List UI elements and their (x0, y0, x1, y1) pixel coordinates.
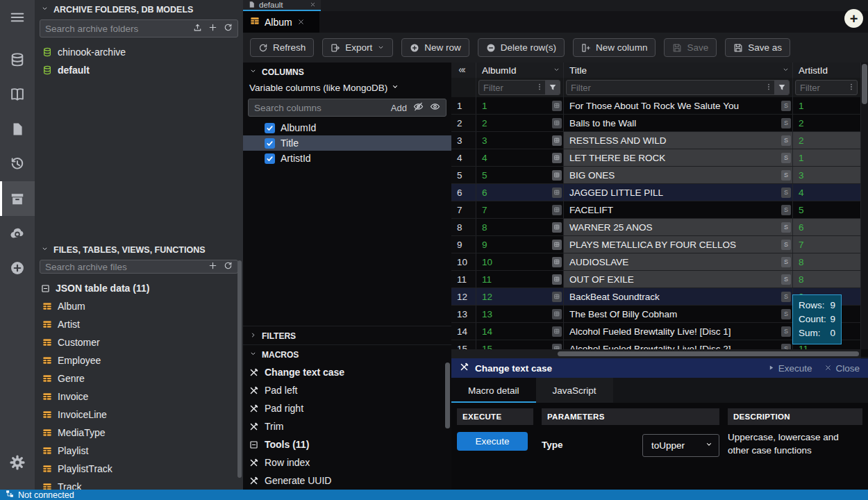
sidebar-history-button[interactable] (0, 147, 35, 181)
tab-macro-detail[interactable]: Macro detail (451, 378, 536, 403)
table-item-Employee[interactable]: Employee (35, 351, 243, 369)
funnel-icon[interactable] (545, 81, 560, 94)
cell-title[interactable]: Balls to the WallS (564, 115, 793, 131)
cell-title[interactable]: PLAYS METALLICA BY FOUR CELLOSS (564, 236, 793, 253)
filter-input-AlbumId[interactable] (479, 83, 534, 93)
macro-item-tools-11-[interactable]: Tools (11) (243, 435, 451, 453)
column-checkbox-row-AlbumId[interactable]: AlbumId (243, 120, 451, 135)
cell-string-icon[interactable]: S (781, 274, 791, 285)
cell-albumid[interactable]: 14 (476, 323, 564, 340)
archive-folders-header[interactable]: ARCHIVE FOLDERS, DB MODELS (35, 0, 243, 18)
macro-item-change-text-case[interactable]: Change text case (243, 363, 451, 381)
cell-string-icon[interactable]: S (781, 101, 791, 111)
cell-albumid[interactable]: 12 (476, 288, 564, 305)
table-item-PlaylistTrack[interactable]: PlaylistTrack (35, 460, 243, 478)
column-checkbox-row-Title[interactable]: Title (243, 135, 451, 151)
cell-title[interactable]: JAGGED LITTLE PILLS (564, 184, 793, 201)
cell-albumid[interactable]: 7 (476, 201, 564, 218)
row-number-cell[interactable]: 6 (451, 184, 476, 201)
left-panel-scrollbar[interactable] (237, 260, 242, 478)
cell-title[interactable]: For Those About To Rock We Salute YouS (564, 97, 793, 114)
cell-string-icon[interactable]: S (781, 205, 791, 215)
cell-artistid[interactable]: 1 (793, 149, 861, 166)
column-mode-dropdown[interactable]: Variable columns (like MongoDB) (243, 81, 451, 99)
filter-options-icon[interactable] (846, 81, 857, 94)
new-tab-button[interactable]: + (844, 9, 863, 28)
cell-grid-icon[interactable] (552, 101, 562, 111)
table-item-Playlist[interactable]: Playlist (35, 442, 243, 460)
row-number-cell[interactable]: 8 (451, 219, 476, 235)
save-button[interactable]: Save (664, 38, 717, 57)
new-row-button[interactable]: New row (401, 38, 469, 57)
table-item-InvoiceLine[interactable]: InvoiceLine (35, 406, 243, 424)
group-json-table-data[interactable]: JSON table data (11) (35, 279, 243, 297)
delete-rows-button[interactable]: Delete row(s) (478, 38, 565, 57)
cell-grid-icon[interactable] (552, 292, 562, 302)
horizontal-scrollbar[interactable] (451, 349, 861, 358)
cell-title[interactable]: BackBeat SoundtrackS (564, 288, 793, 305)
cell-title[interactable]: BIG ONESS (564, 167, 793, 183)
sidebar-database-button[interactable] (0, 42, 35, 77)
cell-grid-icon[interactable] (552, 188, 562, 198)
files-search-input[interactable] (45, 262, 202, 272)
table-item-Track[interactable]: Track (35, 478, 243, 490)
row-number-cell[interactable]: 12 (451, 288, 476, 305)
hscroll-thumb[interactable] (558, 351, 859, 356)
cell-string-icon[interactable]: S (781, 153, 791, 163)
refresh-button[interactable]: Refresh (250, 38, 314, 57)
macro-item-row-index[interactable]: Row index (243, 453, 451, 472)
row-number-cell[interactable]: 9 (451, 236, 476, 253)
close-icon[interactable] (310, 1, 316, 9)
cell-albumid[interactable]: 5 (476, 167, 564, 183)
cell-grid-icon[interactable] (552, 153, 562, 163)
cell-albumid[interactable]: 13 (476, 306, 564, 322)
row-number-cell[interactable]: 1 (451, 97, 476, 114)
checkbox-checked[interactable] (265, 153, 275, 164)
refresh-icon[interactable] (224, 260, 233, 273)
cell-artistid[interactable]: 2 (793, 115, 861, 131)
cell-albumid[interactable]: 2 (476, 115, 564, 131)
new-column-button[interactable]: New column (573, 38, 656, 57)
archive-folder-chinook-archive[interactable]: chinook-archive (35, 43, 243, 61)
row-number-cell[interactable]: 14 (451, 323, 476, 340)
columns-search-input[interactable] (254, 103, 385, 113)
filters-header[interactable]: FILTERS (243, 326, 451, 344)
row-number-cell[interactable]: 5 (451, 167, 476, 183)
sidebar-cloud-search-button[interactable] (0, 216, 35, 251)
column-menu-icon[interactable] (782, 65, 790, 76)
cell-artistid[interactable]: 3 (793, 167, 861, 183)
column-header-Title[interactable]: Title (564, 62, 793, 78)
row-number-cell[interactable]: 3 (451, 132, 476, 149)
cell-artistid[interactable]: 1 (793, 97, 861, 114)
cell-string-icon[interactable]: S (781, 118, 791, 128)
cell-string-icon[interactable]: S (781, 257, 791, 267)
cell-title[interactable]: LET THERE BE ROCKS (564, 149, 793, 166)
collapse-columns-button[interactable]: «‹ (451, 62, 476, 78)
cell-artistid[interactable]: 4 (793, 184, 861, 201)
cell-title[interactable]: FACELIFTS (564, 201, 793, 218)
cell-grid-icon[interactable] (552, 170, 562, 181)
sidebar-file-button[interactable] (0, 112, 35, 147)
save-as-button[interactable]: Save as (725, 38, 790, 57)
cell-albumid[interactable]: 11 (476, 271, 564, 288)
add-folder-icon[interactable] (208, 22, 217, 35)
macro-item-pad-right[interactable]: Pad right (243, 399, 451, 417)
execute-button[interactable]: Execute (457, 432, 528, 451)
row-number-cell[interactable]: 7 (451, 201, 476, 218)
archive-search-input[interactable] (45, 24, 187, 34)
cell-albumid[interactable]: 4 (476, 149, 564, 166)
macros-header[interactable]: MACROS (243, 344, 451, 363)
tab-default[interactable]: default (243, 0, 321, 11)
filter-options-icon[interactable] (534, 81, 545, 94)
cell-grid-icon[interactable] (552, 309, 562, 319)
row-number-cell[interactable]: 13 (451, 306, 476, 322)
macro-item-pad-left[interactable]: Pad left (243, 381, 451, 399)
cell-grid-icon[interactable] (552, 222, 562, 233)
cell-title[interactable]: WARNER 25 ANOSS (564, 219, 793, 235)
cell-title[interactable]: RESTLESS AND WILDS (564, 132, 793, 149)
cell-title[interactable]: AUDIOSLAVES (564, 253, 793, 270)
column-header-AlbumId[interactable]: AlbumId (476, 62, 564, 78)
column-checkbox-row-ArtistId[interactable]: ArtistId (243, 151, 451, 166)
add-column-button[interactable]: Add (391, 103, 407, 113)
cell-artistid[interactable]: 8 (793, 271, 861, 288)
